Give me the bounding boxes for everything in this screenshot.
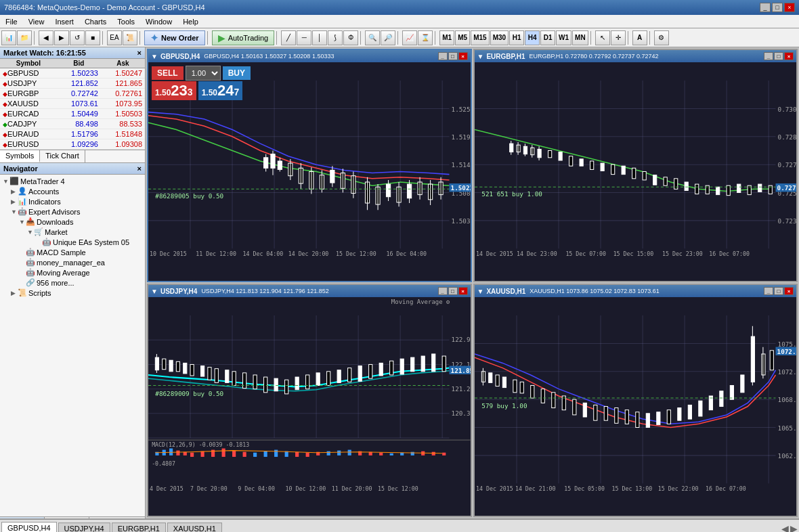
toolbar-h4[interactable]: H4	[525, 30, 540, 45]
chart-close-btn[interactable]: ×	[784, 52, 794, 60]
market-watch-row[interactable]: ◆CADJPY 88.498 88.533	[0, 119, 145, 129]
menu-charts[interactable]: Charts	[79, 15, 112, 28]
nav-indicators[interactable]: ▶ 📊 Indicators	[9, 196, 144, 206]
toolbar-indicator[interactable]: 📈	[402, 30, 417, 45]
svg-rect-90	[601, 163, 604, 171]
chart-close-btn[interactable]: ×	[784, 287, 794, 295]
new-order-button[interactable]: ✦ New Order	[144, 30, 205, 45]
close-button[interactable]: ×	[784, 3, 795, 12]
toolbar-m5[interactable]: M5	[455, 30, 470, 45]
mw-tab-tick[interactable]: Tick Chart	[40, 150, 85, 162]
toolbar-m30[interactable]: M30	[490, 30, 509, 45]
toolbar-w1[interactable]: W1	[556, 30, 571, 45]
buy-button[interactable]: BUY	[223, 66, 251, 80]
toolbar-cursor[interactable]: ↖	[595, 30, 610, 45]
nav-unique-ea[interactable]: 🤖 Unique EAs System 05	[34, 237, 144, 247]
menu-window[interactable]: Window	[140, 15, 177, 28]
nav-moving-avg[interactable]: 🤖 Moving Average	[18, 267, 144, 278]
navigator-close[interactable]: ×	[137, 164, 142, 173]
symbol-cell: ◆EURGBP	[0, 89, 57, 99]
chart-close-btn[interactable]: ×	[458, 52, 468, 60]
market-watch-row[interactable]: ◆EURCAD 1.50449 1.50503	[0, 109, 145, 119]
toolbar-h1[interactable]: H1	[509, 30, 524, 45]
minimize-button[interactable]: _	[760, 3, 771, 12]
market-watch-row[interactable]: ◆EURAUD 1.51796 1.51848	[0, 129, 145, 139]
chart-min-btn[interactable]: _	[764, 52, 773, 60]
toolbar-config[interactable]: ⚙	[654, 30, 669, 45]
menu-view[interactable]: View	[23, 15, 50, 28]
market-watch-row[interactable]: ◆XAUUSD 1073.61 1073.95	[0, 99, 145, 109]
chart-usdjpy-title: USDJPY,H4	[160, 288, 197, 295]
expand-icon: ▶	[11, 188, 16, 195]
toolbar-m1[interactable]: M1	[439, 30, 454, 45]
market-watch-row[interactable]: ◆USDJPY 121.852 121.865	[0, 79, 145, 89]
toolbar-mn[interactable]: MN	[572, 30, 588, 45]
toolbar-line[interactable]: ╱	[281, 30, 296, 45]
toolbar-forward[interactable]: ▶	[54, 30, 69, 45]
chart-close-btn[interactable]: ×	[458, 287, 468, 295]
toolbar-channel[interactable]: ⟆	[328, 30, 343, 45]
toolbar-experts[interactable]: EA	[107, 30, 122, 45]
chart-max-btn[interactable]: □	[448, 287, 458, 295]
svg-text:0.72742: 0.72742	[777, 184, 796, 192]
nav-accounts[interactable]: ▶ 👤 Accounts	[9, 186, 144, 196]
toolbar-period-sep[interactable]: ⌛	[418, 30, 433, 45]
nav-market[interactable]: ▼ 🛒 Market	[26, 227, 144, 237]
chart-tab-xauusd[interactable]: XAUUSD,H1	[167, 523, 222, 532]
chart-tab-gbpusd[interactable]: GBPUSD,H4	[1, 522, 57, 532]
chart-max-btn[interactable]: □	[774, 52, 783, 60]
menu-insert[interactable]: Insert	[49, 15, 79, 28]
market-watch-close[interactable]: ×	[137, 49, 142, 57]
toolbar-zoom-out[interactable]: 🔎	[381, 30, 395, 45]
toolbar-zoom-in[interactable]: 🔍	[365, 30, 380, 45]
nav-downloads[interactable]: ▼ 📥 Downloads	[18, 217, 144, 227]
toolbar-m15[interactable]: M15	[471, 30, 489, 45]
market-watch-row[interactable]: ◆EURGBP 0.72742 0.72761	[0, 89, 145, 99]
toolbar-stop[interactable]: ■	[85, 30, 100, 45]
chart-max-btn[interactable]: □	[774, 287, 783, 295]
toolbar-refresh[interactable]: ↺	[70, 30, 85, 45]
chart-tab-next[interactable]: ▶	[790, 523, 798, 532]
chart-tab-prev[interactable]: ◀	[781, 523, 789, 532]
toolbar-text[interactable]: A	[632, 30, 647, 45]
nav-more[interactable]: 🔗 956 more...	[18, 278, 144, 288]
toolbar-vline[interactable]: │	[312, 30, 327, 45]
chart-tab-usdjpy[interactable]: USDJPY,H4	[58, 523, 110, 532]
navigator-tabs: Common Favorites	[0, 516, 145, 518]
toolbar-fib[interactable]: Φ	[343, 30, 358, 45]
nav-macd-sample[interactable]: 🤖 MACD Sample	[18, 247, 144, 257]
mw-tab-symbols[interactable]: Symbols	[0, 150, 40, 162]
svg-rect-157	[358, 366, 362, 382]
toolbar-hline[interactable]: ─	[297, 30, 311, 45]
market-watch-row[interactable]: ◆GBPUSD 1.50233 1.50247	[0, 68, 145, 79]
sell-button[interactable]: SELL	[152, 66, 183, 80]
toolbar-scripts[interactable]: 📜	[123, 30, 137, 45]
toolbar-open[interactable]: 📁	[17, 30, 32, 45]
menu-help[interactable]: Help	[177, 15, 204, 28]
nav-tab-favorites[interactable]: Favorites	[45, 517, 89, 518]
auto-trading-button[interactable]: ▶ AutoTrading	[212, 30, 275, 45]
market-watch-row[interactable]: ◆EURUSD 1.09296 1.09308	[0, 139, 145, 150]
nav-metatrader4[interactable]: ▼ ⬛ MetaTrader 4	[1, 176, 144, 186]
nav-money-manager[interactable]: 🤖 money_manager_ea	[18, 257, 144, 267]
toolbar-back[interactable]: ◀	[39, 30, 53, 45]
nav-scripts[interactable]: ▶ 📜 Scripts	[9, 288, 144, 298]
maximize-button[interactable]: □	[772, 3, 783, 12]
nav-tab-common[interactable]: Common	[0, 517, 45, 518]
menu-tools[interactable]: Tools	[112, 15, 140, 28]
menu-file[interactable]: File	[0, 15, 23, 28]
toolbar-d1[interactable]: D1	[540, 30, 555, 45]
toolbar-crosshair[interactable]: ✛	[611, 30, 626, 45]
volume-select[interactable]: 1.00	[186, 66, 221, 81]
chart-tab-eurgbp[interactable]: EURGBP,H1	[112, 523, 166, 532]
chart-min-btn[interactable]: _	[438, 52, 448, 60]
svg-rect-183	[222, 449, 225, 457]
nav-ea[interactable]: ▼ 🤖 Expert Advisors	[9, 206, 144, 217]
chart-xauusd-svg: 579 buy 1.00 1075.70 1072.30 1068.90 106…	[475, 297, 797, 516]
macd-icon: 🤖	[26, 248, 35, 257]
chart-max-btn[interactable]: □	[448, 52, 458, 60]
toolbar-new-chart[interactable]: 📊	[1, 30, 16, 45]
chart-min-btn[interactable]: _	[764, 287, 773, 295]
nav-label-ea: Expert Advisors	[28, 208, 80, 216]
chart-min-btn[interactable]: _	[438, 287, 448, 295]
